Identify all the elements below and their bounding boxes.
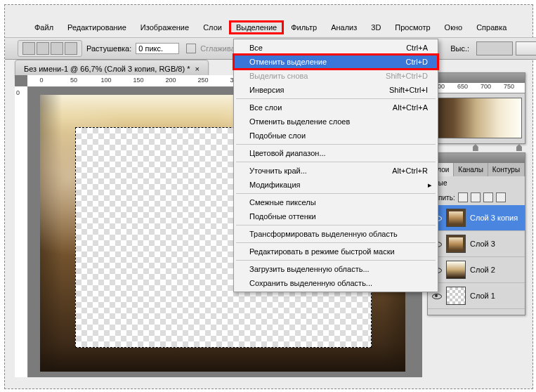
menu-item-label: Отменить выделение слоев xyxy=(249,117,350,126)
menu-item[interactable]: Отменить выделение слоев xyxy=(234,115,438,129)
ruler-tick: 100 xyxy=(92,77,120,84)
menu-item[interactable]: Отменить выделениеCtrl+D xyxy=(234,55,438,69)
menu-item-label: Трансформировать выделенную область xyxy=(249,230,398,238)
menu-item-shortcut: Shift+Ctrl+D xyxy=(386,72,428,80)
layer-name: Слой 3 копия xyxy=(470,214,518,222)
menu-item[interactable]: Цветовой диапазон... xyxy=(234,146,438,160)
wand-icon xyxy=(65,42,77,55)
ruler-tick: 50 xyxy=(60,77,88,84)
menu-item[interactable]: ВсеCtrl+A xyxy=(234,41,438,55)
menu-item-label: Подобные слои xyxy=(249,131,306,140)
menu-просмотр[interactable]: Просмотр xyxy=(388,20,437,34)
move-icon xyxy=(37,42,49,55)
layer-name: Слой 1 xyxy=(470,292,495,300)
panel-titlebar[interactable] xyxy=(428,153,525,163)
menu-item-label: Все xyxy=(249,44,263,52)
layer-name: Слой 3 xyxy=(470,240,495,248)
antialias-checkbox[interactable] xyxy=(186,44,196,53)
menu-item[interactable]: Подобные слои xyxy=(234,129,438,143)
menu-редактирование[interactable]: Редактирование xyxy=(60,20,133,34)
menu-item[interactable]: Модификация xyxy=(234,178,438,192)
ruler-vertical: 0 xyxy=(15,86,28,377)
menu-item-shortcut: Alt+Ctrl+R xyxy=(392,166,428,175)
lock-all-icon[interactable] xyxy=(496,192,506,202)
menu-separator xyxy=(236,193,436,194)
menu-separator xyxy=(236,260,436,261)
height-input[interactable] xyxy=(476,41,513,55)
close-icon[interactable]: × xyxy=(195,65,199,73)
menu-окно[interactable]: Окно xyxy=(438,20,470,34)
menu-файл[interactable]: Файл xyxy=(27,20,60,34)
menu-item[interactable]: Загрузить выделенную область... xyxy=(234,262,438,276)
menu-item-label: Инверсия xyxy=(249,86,285,94)
menu-3d[interactable]: 3D xyxy=(364,20,388,34)
menu-item[interactable]: Подобные оттенки xyxy=(234,209,438,223)
gradient-stops[interactable] xyxy=(431,143,522,151)
ruler-tick: 150 xyxy=(124,77,152,84)
menu-справка[interactable]: Справка xyxy=(469,20,514,34)
feather-input[interactable] xyxy=(136,43,179,54)
menu-item-shortcut: Ctrl+D xyxy=(406,58,428,66)
layer-row[interactable]: Слой 2 xyxy=(428,257,525,283)
menu-слои[interactable]: Слои xyxy=(196,20,229,34)
ruler-tick: 750 xyxy=(497,83,521,90)
app-window: ФайлРедактированиеИзображениеСлоиВыделен… xyxy=(4,4,533,389)
menu-item[interactable]: Сохранить выделенную область... xyxy=(234,276,438,290)
menu-item-label: Модификация xyxy=(249,181,301,189)
gradient-stop-icon[interactable] xyxy=(473,144,478,151)
layer-row[interactable]: Слой 1 xyxy=(428,283,525,309)
menu-item[interactable]: Уточнить край...Alt+Ctrl+R xyxy=(234,164,438,178)
menu-item-label: Отменить выделение xyxy=(249,58,327,66)
menu-item-shortcut: Alt+Ctrl+A xyxy=(393,103,428,112)
menu-item[interactable]: Смежные пикселы xyxy=(234,195,438,209)
lock-brush-icon[interactable] xyxy=(471,192,481,202)
menu-item[interactable]: Все слоиAlt+Ctrl+A xyxy=(234,100,438,115)
marquee-icon xyxy=(22,42,35,55)
selection-tool-group[interactable] xyxy=(18,40,82,57)
menu-separator xyxy=(236,225,436,226)
panel-tab[interactable]: Контуры xyxy=(488,163,525,176)
menu-item[interactable]: Редактировать в режиме быстрой маски xyxy=(234,244,438,259)
layer-thumbnail xyxy=(446,209,466,227)
menu-item-label: Выделить снова xyxy=(249,72,308,80)
ruler-extension: 600650700750 xyxy=(428,83,525,93)
layers-panel: СлоиКаналыКонтуры чные репить: Слой 3 ко… xyxy=(427,152,525,315)
menu-анализ[interactable]: Анализ xyxy=(324,20,364,34)
menu-separator xyxy=(236,242,436,243)
menu-item-label: Цветовой диапазон... xyxy=(249,149,326,157)
panel-titlebar[interactable] xyxy=(428,73,525,83)
lock-move-icon[interactable] xyxy=(483,192,493,202)
ruler-tick: 650 xyxy=(451,83,474,90)
gradient-preview[interactable] xyxy=(431,98,522,138)
layer-thumbnail xyxy=(446,235,466,253)
toolbar-button[interactable] xyxy=(516,41,536,55)
feather-label: Растушевка: xyxy=(86,44,131,53)
height-label: Выс.: xyxy=(450,44,469,53)
ruler-tick: 0 xyxy=(27,77,55,84)
menu-item-label: Загрузить выделенную область... xyxy=(249,265,370,273)
lock-transparent-icon[interactable] xyxy=(458,192,468,202)
layer-row[interactable]: Слой 3 xyxy=(428,231,525,257)
menu-фильтр[interactable]: Фильтр xyxy=(284,20,324,34)
gradient-stop-icon[interactable] xyxy=(516,144,522,151)
layer-row[interactable]: Слой 3 копия xyxy=(428,205,525,231)
menu-item-label: Уточнить край... xyxy=(249,166,307,175)
document-title: Без имени-1 @ 66,7% (Слой 3 копия, RGB/8… xyxy=(24,65,190,73)
menu-item-label: Все слои xyxy=(249,103,282,112)
menu-item-label: Смежные пикселы xyxy=(249,198,316,207)
menu-изображение[interactable]: Изображение xyxy=(133,20,196,34)
layer-name: Слой 2 xyxy=(470,266,495,274)
layer-mode-row: чные xyxy=(428,176,525,190)
menu-item-shortcut: Shift+Ctrl+I xyxy=(389,86,428,94)
menu-item[interactable]: Трансформировать выделенную область xyxy=(234,227,438,241)
menu-выделение[interactable]: Выделение xyxy=(229,20,284,34)
ruler-tick: 250 xyxy=(189,77,217,84)
menu-item[interactable]: ИнверсияShift+Ctrl+I xyxy=(234,83,438,97)
layers-tabs: СлоиКаналыКонтуры xyxy=(428,163,525,176)
menu-item-label: Сохранить выделенную область... xyxy=(249,279,372,287)
panel-tab[interactable]: Каналы xyxy=(454,163,488,176)
menu-item-label: Редактировать в режиме быстрой маски xyxy=(249,247,395,256)
layer-lock-row: репить: xyxy=(428,190,525,205)
menubar: ФайлРедактированиеИзображениеСлоиВыделен… xyxy=(5,19,536,36)
menu-item-label: Подобные оттенки xyxy=(249,212,316,221)
